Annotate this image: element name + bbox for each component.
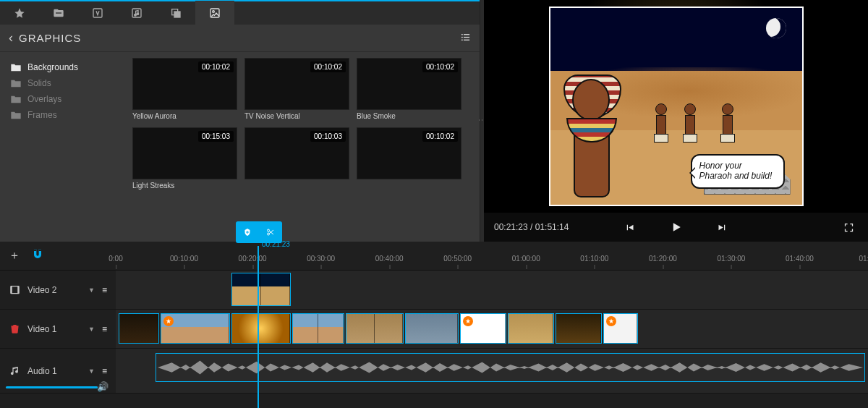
ruler-tick: 00:20:00 — [239, 255, 267, 263]
duration-badge: 00:10:03 — [310, 131, 346, 142]
svg-rect-5 — [174, 12, 180, 17]
speech-bubble: Honor your Pharaoh and build! — [691, 154, 785, 189]
clip[interactable] — [119, 313, 159, 344]
category-label: Overlays — [27, 94, 61, 104]
add-track-button[interactable]: ＋ — [9, 248, 20, 263]
track-lane[interactable] — [116, 271, 868, 309]
duration-badge: 00:10:02 — [310, 61, 346, 72]
svg-rect-14 — [34, 250, 36, 252]
preview-viewport[interactable]: Honor your Pharaoh and build! — [484, 0, 868, 213]
svg-point-2 — [135, 14, 137, 16]
track-collapse[interactable]: ▼ — [88, 286, 95, 294]
badge-icon: ★ — [606, 316, 616, 326]
ruler-tick: 01:20:00 — [649, 255, 677, 263]
svg-rect-11 — [464, 36, 469, 37]
track-menu[interactable]: ≡ — [102, 324, 107, 334]
scissors-icon — [266, 228, 275, 237]
track-lane[interactable]: ★ ★ ★ — [116, 310, 868, 348]
folder-icon — [10, 111, 22, 120]
clip[interactable] — [231, 273, 291, 306]
back-button[interactable]: ‹ — [9, 30, 13, 46]
svg-rect-20 — [17, 286, 19, 294]
prev-button[interactable] — [621, 218, 639, 237]
audio-clip[interactable] — [156, 353, 865, 382]
track-collapse[interactable]: ▼ — [88, 326, 95, 333]
svg-rect-19 — [10, 286, 12, 294]
track-label: Audio 1 — [27, 366, 57, 376]
fullscreen-button[interactable] — [839, 218, 858, 237]
preview-frame: Honor your Pharaoh and build! — [549, 7, 804, 206]
svg-rect-9 — [464, 34, 469, 35]
category-label: Frames — [27, 110, 57, 120]
clip[interactable] — [346, 313, 404, 344]
next-button[interactable] — [713, 218, 732, 237]
ruler-tick: 00:40:00 — [375, 255, 404, 263]
svg-point-7 — [213, 11, 215, 13]
marker-add-icon — [243, 228, 252, 237]
thumb-caption: Yellow Aurora — [132, 110, 237, 120]
folder-icon — [10, 63, 22, 72]
ruler-tick: 01:50 — [859, 255, 868, 263]
asset-thumb[interactable]: 00:10:03 — [244, 127, 349, 190]
clip[interactable] — [405, 313, 459, 344]
clip[interactable]: ★ — [460, 313, 506, 344]
tab-overlay[interactable] — [156, 1, 195, 25]
asset-thumb[interactable]: 00:10:02 — [357, 127, 461, 190]
ruler-tick: 00:50:00 — [443, 255, 472, 263]
track-menu[interactable]: ≡ — [102, 366, 107, 376]
moon-icon — [766, 18, 786, 38]
svg-rect-15 — [39, 250, 41, 252]
ruler-tick: 01:00:00 — [512, 255, 540, 263]
ruler-tick: 01:30:00 — [717, 255, 745, 263]
folder-icon — [10, 95, 22, 104]
tab-audio[interactable] — [117, 1, 156, 25]
snap-toggle[interactable] — [30, 247, 45, 264]
category-label: Backgrounds — [27, 62, 78, 72]
clip[interactable] — [231, 313, 291, 344]
track-collapse[interactable]: ▼ — [88, 367, 95, 375]
ruler-tick: 0:00 — [109, 255, 122, 263]
track-lane[interactable] — [116, 349, 868, 393]
thumb-caption: TV Noise Vertical — [244, 110, 349, 120]
asset-thumb[interactable]: 00:15:03 Light Streaks — [132, 127, 237, 190]
clip[interactable] — [292, 313, 344, 344]
ruler-ticks[interactable]: 0:0000:10:0000:20:0000:30:0000:40:0000:5… — [116, 242, 868, 270]
timeline: ＋ 0:0000:10:0000:20:0000:30:0000:40:0000… — [0, 242, 868, 408]
category-backgrounds[interactable]: Backgrounds — [6, 59, 121, 75]
view-list-button[interactable] — [460, 32, 471, 45]
category-frames[interactable]: Frames — [6, 107, 121, 123]
film-icon — [9, 284, 20, 295]
speaker-icon[interactable]: 🔊 — [97, 381, 109, 392]
asset-thumb[interactable]: 00:10:02 TV Noise Vertical — [244, 58, 349, 120]
track-menu[interactable]: ≡ — [102, 285, 107, 295]
category-overlays[interactable]: Overlays — [6, 91, 121, 107]
tab-graphics[interactable] — [195, 1, 234, 25]
asset-thumb[interactable]: 00:10:02 Yellow Aurora — [132, 58, 237, 120]
playhead[interactable]: 00:21:23 — [258, 246, 259, 408]
svg-rect-10 — [461, 36, 463, 37]
ruler-tick: 01:40:00 — [786, 255, 814, 263]
tab-folder[interactable] — [39, 1, 78, 25]
thumbnail-grid: 00:10:02 Yellow Aurora 00:10:02 TV Noise… — [127, 52, 480, 242]
clip[interactable] — [508, 313, 554, 344]
tab-favorites[interactable] — [0, 1, 39, 25]
track-audio1: Audio 1 ▼ ≡ 🔊 — [0, 349, 868, 394]
playhead-time: 00:21:23 — [262, 240, 290, 248]
duration-badge: 00:10:02 — [422, 61, 458, 72]
play-button[interactable] — [667, 218, 686, 237]
clip[interactable] — [556, 313, 602, 344]
clip[interactable]: ★ — [603, 313, 638, 344]
asset-thumb[interactable]: 00:10:02 Blue Smoke — [357, 58, 461, 120]
tab-text[interactable] — [78, 1, 117, 25]
category-label: Solids — [27, 78, 51, 88]
folder-icon — [10, 79, 22, 88]
panel-title: GRAPHICS — [19, 32, 81, 44]
clip[interactable]: ★ — [161, 313, 230, 344]
volume-slider[interactable]: 🔊 — [6, 383, 106, 391]
asset-tabrow — [0, 0, 480, 25]
trash-icon[interactable] — [9, 323, 20, 334]
ruler-tick: 01:10:00 — [580, 255, 608, 263]
category-solids[interactable]: Solids — [6, 75, 121, 91]
player-time: 00:21:23 / 01:51:14 — [494, 222, 569, 232]
svg-rect-12 — [461, 39, 463, 40]
